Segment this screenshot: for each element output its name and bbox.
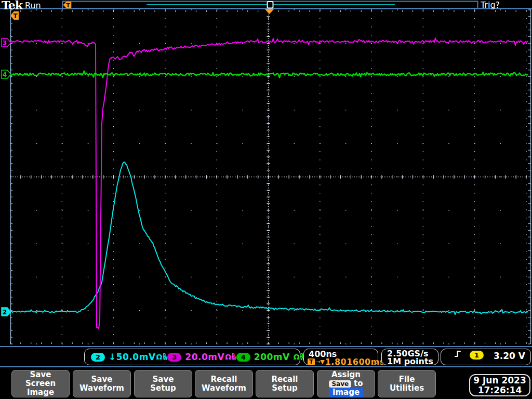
trigger-position-marker[interactable]: [265, 9, 274, 15]
trigger-readout[interactable]: 1 3.20 V: [441, 349, 531, 365]
expansion-point-marker[interactable]: [268, 2, 273, 8]
ch4-ground-marker[interactable]: 4: [2, 70, 11, 78]
ch3-marker-label: 3: [3, 39, 7, 47]
ch3-coupling: Ω: [225, 353, 231, 361]
waveform-ch2: [11, 162, 528, 314]
scope-decorations: T T 3 4 2: [0, 2, 532, 316]
trigger-level: 3.20 V: [494, 351, 525, 361]
waveforms: [11, 38, 528, 328]
trigger-t-badge: T: [308, 358, 315, 365]
readout-strip: 2 ↓50.0mV Ω BW 3 20.0mV Ω BW 4 200mV Ω: [0, 346, 532, 367]
horizontal-delay: 1.801600ms: [325, 357, 385, 367]
ch2-badge[interactable]: 2: [91, 353, 105, 362]
time-text: 17:26:14: [478, 385, 522, 395]
ch3-bandwidth-icon: BW: [232, 354, 236, 361]
file-utilities-button[interactable]: File Utilities: [378, 370, 436, 397]
ch3-ground-marker[interactable]: 3: [2, 38, 11, 47]
ch3-scale: 20.0mV: [185, 352, 224, 362]
ch4-badge[interactable]: 4: [236, 353, 250, 362]
ch4-marker-label: 4: [3, 71, 7, 78]
oscilloscope-screen: T T 3 4 2 Tek Run Trig?: [0, 0, 532, 399]
graticule: [10, 9, 531, 344]
record-trigger-label: T: [66, 2, 70, 9]
trigger-status: Trig?: [481, 0, 500, 10]
date-text: 9 Jun 2023: [473, 376, 526, 385]
save-screen-image-button[interactable]: Save Screen Image: [11, 370, 70, 397]
acquisition-readout[interactable]: 2.50GS/s 1M points: [381, 349, 438, 365]
ch3-badge[interactable]: 3: [167, 353, 181, 362]
record-length: 1M points: [387, 357, 438, 365]
ch2-ground-marker[interactable]: 2: [2, 308, 11, 316]
ch4-scale: 200mV: [254, 352, 290, 362]
ch2-coupling: Ω: [156, 353, 163, 361]
datetime-display: 9 Jun 2023 17:26:14: [469, 374, 530, 396]
ch4-readout[interactable]: 4 200mV Ω BW: [236, 352, 305, 362]
trigger-level-label: T: [13, 12, 18, 20]
menu-bar: Save Screen Image Save Waveform Save Set…: [0, 368, 532, 399]
recall-setup-button[interactable]: Recall Setup: [256, 370, 314, 397]
ch2-bandwidth-icon: BW: [163, 354, 167, 361]
save-setup-button[interactable]: Save Setup: [134, 370, 192, 397]
delay-arrow-icon: →▼: [315, 358, 325, 365]
trigger-source-badge[interactable]: 1: [470, 351, 484, 360]
ch2-readout[interactable]: 2 ↓50.0mV Ω BW: [91, 352, 167, 362]
tek-logo: Tek: [2, 0, 22, 12]
ch4-coupling: Ω: [294, 353, 300, 361]
save-waveform-button[interactable]: Save Waveform: [73, 370, 131, 397]
recall-waveform-button[interactable]: Recall Waveform: [195, 370, 253, 397]
channel-readouts[interactable]: 2 ↓50.0mV Ω BW 3 20.0mV Ω BW 4 200mV Ω: [84, 349, 300, 365]
trigger-level-marker[interactable]: T: [10, 11, 19, 20]
horizontal-readout[interactable]: 400ns T →▼ 1.801600ms: [303, 349, 378, 365]
ch2-marker-label: 2: [3, 309, 7, 316]
save-key-pill: Save: [329, 380, 351, 388]
waveform-ch3: [11, 38, 528, 328]
ch2-scale: ↓50.0mV: [109, 352, 156, 362]
assign-save-button[interactable]: Assign Save to Image: [317, 370, 375, 397]
rising-edge-icon: [454, 350, 461, 357]
assign-target-highlight: Image: [329, 388, 363, 397]
scope-display: T T 3 4 2: [0, 0, 532, 399]
acquisition-status: Run: [25, 1, 41, 10]
ch3-readout[interactable]: 3 20.0mV Ω BW: [167, 352, 236, 362]
